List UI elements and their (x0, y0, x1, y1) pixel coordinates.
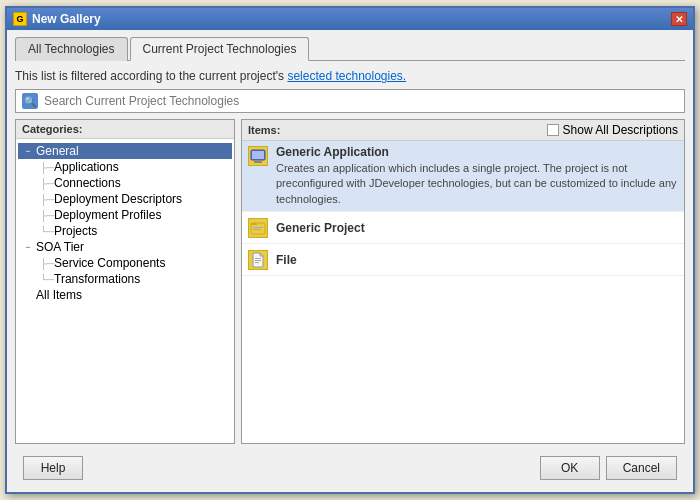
tree-connector: ├─ (40, 162, 54, 173)
items-header-label: Items: (248, 124, 280, 136)
search-bar: 🔍 (15, 89, 685, 113)
collapse-icon: − (22, 145, 34, 157)
tree-item-deployment-profiles[interactable]: ├─ Deployment Profiles (18, 207, 232, 223)
items-panel: Items: Show All Descriptions (241, 119, 685, 444)
file-title: File (276, 253, 297, 267)
search-icon: 🔍 (22, 93, 38, 109)
right-buttons: OK Cancel (540, 456, 677, 480)
show-all-descriptions-checkbox[interactable] (547, 124, 559, 136)
generic-application-icon (248, 146, 268, 166)
title-bar: G New Gallery ✕ (7, 8, 693, 30)
dialog-icon: G (13, 12, 27, 26)
cancel-button[interactable]: Cancel (606, 456, 677, 480)
tree-item-service-components[interactable]: ├─ Service Components (18, 255, 232, 271)
search-input[interactable] (44, 94, 678, 108)
tree-connector: ├─ (40, 178, 54, 189)
list-item-generic-application[interactable]: Generic Application Creates an applicati… (242, 141, 684, 212)
tree-item-transformations[interactable]: └─ Transformations (18, 271, 232, 287)
categories-header: Categories: (16, 120, 234, 139)
dialog-title: New Gallery (32, 12, 101, 26)
svg-rect-7 (255, 258, 261, 259)
show-all-descriptions-label: Show All Descriptions (563, 123, 678, 137)
svg-rect-4 (251, 223, 257, 225)
tree-connector: ├─ (40, 194, 54, 205)
generic-application-title: Generic Application (276, 145, 678, 159)
tree-item-projects[interactable]: └─ Projects (18, 223, 232, 239)
svg-rect-6 (253, 229, 261, 230)
expand-icon (22, 289, 34, 301)
show-all-descriptions-wrap: Show All Descriptions (547, 123, 678, 137)
items-panel-header: Items: Show All Descriptions (242, 120, 684, 141)
tree-item-general[interactable]: − General (18, 143, 232, 159)
bottom-bar: Help OK Cancel (15, 450, 685, 484)
file-icon (248, 250, 268, 270)
generic-project-icon (248, 218, 268, 238)
tree-item-soa-tier[interactable]: − SOA Tier (18, 239, 232, 255)
tree-connector: ├─ (40, 258, 54, 269)
ok-button[interactable]: OK (540, 456, 600, 480)
svg-rect-1 (254, 161, 262, 163)
close-button[interactable]: ✕ (671, 12, 687, 26)
tab-current-project-technologies[interactable]: Current Project Technologies (130, 37, 310, 61)
dialog-body: All Technologies Current Project Technol… (7, 30, 693, 492)
help-button[interactable]: Help (23, 456, 83, 480)
new-gallery-dialog: G New Gallery ✕ All Technologies Current… (5, 6, 695, 494)
list-item-file[interactable]: File (242, 244, 684, 276)
generic-project-title: Generic Project (276, 221, 365, 235)
tab-all-technologies[interactable]: All Technologies (15, 37, 128, 61)
filter-description: This list is filtered according to the c… (15, 69, 685, 83)
collapse-icon: − (22, 241, 34, 253)
tabs-bar: All Technologies Current Project Technol… (15, 36, 685, 61)
tree-item-connections[interactable]: ├─ Connections (18, 175, 232, 191)
selected-technologies-link[interactable]: selected technologies. (287, 69, 406, 83)
tree-item-all-items[interactable]: All Items (18, 287, 232, 303)
items-list: Generic Application Creates an applicati… (242, 141, 684, 443)
tree-connector: └─ (40, 226, 54, 237)
list-item-generic-project[interactable]: Generic Project (242, 212, 684, 244)
svg-rect-9 (255, 262, 259, 263)
tree-item-deployment-descriptors[interactable]: ├─ Deployment Descriptors (18, 191, 232, 207)
tree-item-applications[interactable]: ├─ Applications (18, 159, 232, 175)
tree-connector: └─ (40, 274, 54, 285)
categories-tree: − General ├─ Applications ├─ Connections (16, 139, 234, 443)
svg-rect-5 (253, 227, 263, 228)
title-bar-left: G New Gallery (13, 12, 101, 26)
svg-rect-2 (252, 151, 264, 159)
svg-rect-8 (255, 260, 261, 261)
generic-application-description: Creates an application which includes a … (276, 161, 678, 207)
main-panels: Categories: − General ├─ Applications (15, 119, 685, 444)
categories-panel: Categories: − General ├─ Applications (15, 119, 235, 444)
tree-connector: ├─ (40, 210, 54, 221)
